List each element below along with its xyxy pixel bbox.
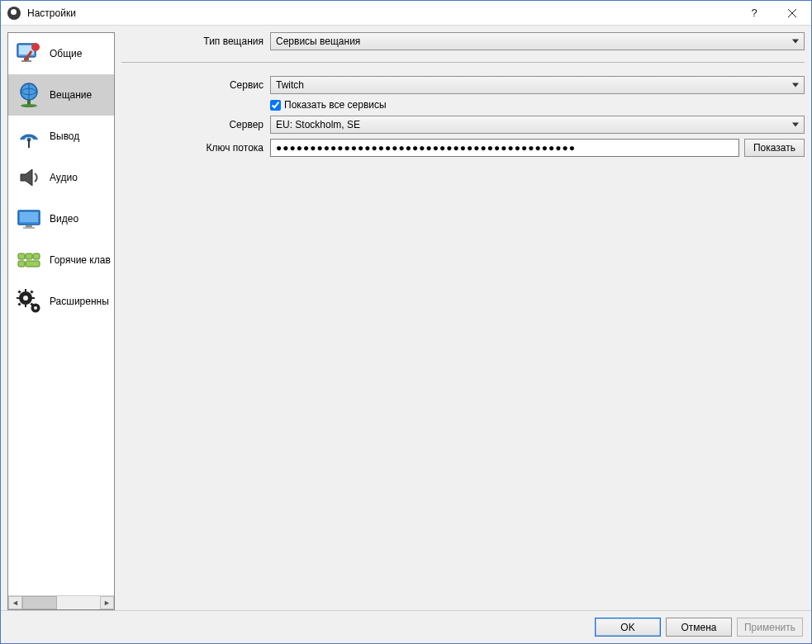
stream-key-mask: ●●●●●●●●●●●●●●●●●●●●●●●●●●●●●●●●●●●●●●●●… bbox=[276, 142, 576, 154]
scroll-track[interactable] bbox=[22, 596, 100, 609]
row-broadcast-type: Тип вещания Сервисы вещания bbox=[121, 32, 805, 50]
titlebar: Настройки ? bbox=[1, 1, 811, 26]
stream-key-label: Ключ потока bbox=[121, 142, 270, 154]
sidebar-item-label: Вещание bbox=[50, 89, 92, 101]
close-button[interactable] bbox=[773, 1, 811, 26]
sidebar-scrollbar[interactable]: ◄ ► bbox=[8, 595, 114, 609]
settings-content: Тип вещания Сервисы вещания Сервис Twitc… bbox=[121, 32, 805, 610]
scroll-left-button[interactable]: ◄ bbox=[8, 596, 22, 609]
svg-rect-28 bbox=[17, 290, 21, 293]
settings-window: Настройки ? bbox=[0, 0, 812, 644]
service-combo[interactable]: Twitch bbox=[270, 76, 805, 94]
ok-button[interactable]: OK bbox=[595, 618, 661, 637]
show-all-label: Показать все сервисы bbox=[284, 99, 387, 111]
sidebar-item-hotkeys[interactable]: Горячие клав bbox=[8, 239, 114, 281]
sidebar-item-label: Расширенны bbox=[50, 296, 109, 307]
show-all-checkbox-input[interactable] bbox=[270, 100, 281, 111]
speaker-icon bbox=[13, 162, 45, 193]
app-icon bbox=[7, 7, 21, 20]
monitor-icon bbox=[13, 203, 45, 234]
row-stream-key: Ключ потока ●●●●●●●●●●●●●●●●●●●●●●●●●●●●… bbox=[121, 139, 805, 157]
broadcast-type-label: Тип вещания bbox=[121, 36, 270, 47]
antenna-icon bbox=[13, 121, 45, 152]
service-value: Twitch bbox=[276, 79, 304, 91]
show-all-services-checkbox[interactable]: Показать все сервисы bbox=[270, 99, 387, 111]
close-icon bbox=[788, 9, 796, 17]
service-label: Сервис bbox=[121, 79, 270, 91]
server-combo[interactable]: EU: Stockholm, SE bbox=[270, 116, 805, 134]
keyboard-icon bbox=[13, 244, 45, 276]
sidebar-item-label: Видео bbox=[50, 213, 78, 225]
row-server: Сервер EU: Stockholm, SE bbox=[121, 116, 805, 134]
sidebar-item-label: Вывод bbox=[50, 130, 79, 142]
show-key-button[interactable]: Показать bbox=[744, 139, 805, 157]
svg-point-23 bbox=[23, 296, 28, 301]
svg-rect-27 bbox=[31, 297, 35, 299]
dialog-footer: OK Отмена Применить bbox=[1, 610, 811, 643]
dialog-body: Общие Вещание bbox=[1, 26, 811, 610]
monitor-wrench-icon bbox=[13, 38, 45, 69]
svg-point-6 bbox=[31, 43, 40, 51]
sidebar-item-output[interactable]: Вывод bbox=[8, 116, 114, 157]
window-buttons: ? bbox=[735, 1, 811, 26]
svg-rect-17 bbox=[18, 253, 25, 259]
apply-button[interactable]: Применить bbox=[737, 618, 803, 637]
scroll-right-button[interactable]: ► bbox=[100, 596, 114, 609]
svg-rect-26 bbox=[17, 297, 20, 299]
sidebar-item-video[interactable]: Видео bbox=[8, 198, 114, 239]
sidebar-item-label: Аудио bbox=[50, 172, 78, 183]
broadcast-type-value: Сервисы вещания bbox=[276, 36, 360, 47]
window-title: Настройки bbox=[27, 7, 735, 19]
sidebar-item-advanced[interactable]: Расширенны bbox=[8, 281, 114, 322]
svg-rect-16 bbox=[23, 227, 35, 229]
broadcast-type-combo[interactable]: Сервисы вещания bbox=[270, 32, 805, 50]
row-show-all: Показать все сервисы bbox=[121, 99, 805, 111]
gears-icon bbox=[13, 286, 45, 317]
sidebar-item-general[interactable]: Общие bbox=[8, 33, 114, 74]
svg-rect-20 bbox=[18, 261, 25, 267]
scroll-thumb[interactable] bbox=[22, 596, 57, 609]
stream-key-input[interactable]: ●●●●●●●●●●●●●●●●●●●●●●●●●●●●●●●●●●●●●●●●… bbox=[270, 139, 739, 157]
svg-rect-15 bbox=[26, 225, 32, 227]
svg-rect-25 bbox=[25, 304, 26, 307]
svg-rect-30 bbox=[30, 290, 33, 293]
svg-point-10 bbox=[21, 104, 37, 107]
sidebar-item-label: Горячие клав bbox=[50, 254, 111, 266]
section-divider bbox=[121, 62, 805, 63]
svg-rect-19 bbox=[33, 253, 40, 259]
sidebar-item-stream[interactable]: Вещание bbox=[8, 74, 114, 116]
row-service: Сервис Twitch bbox=[121, 76, 805, 94]
server-value: EU: Stockholm, SE bbox=[276, 119, 360, 130]
cancel-button[interactable]: Отмена bbox=[666, 618, 732, 637]
svg-rect-31 bbox=[17, 302, 21, 305]
svg-rect-14 bbox=[20, 212, 38, 222]
sidebar-item-audio[interactable]: Аудио bbox=[8, 157, 114, 198]
sidebar-item-label: Общие bbox=[50, 48, 82, 59]
svg-rect-21 bbox=[26, 261, 40, 267]
help-button[interactable]: ? bbox=[735, 1, 773, 26]
category-sidebar: Общие Вещание bbox=[7, 32, 115, 610]
server-label: Сервер bbox=[121, 119, 270, 130]
svg-rect-18 bbox=[26, 253, 32, 259]
svg-rect-24 bbox=[25, 289, 26, 292]
category-list: Общие Вещание bbox=[8, 33, 114, 595]
svg-point-33 bbox=[34, 306, 37, 310]
globe-network-icon bbox=[13, 79, 45, 111]
